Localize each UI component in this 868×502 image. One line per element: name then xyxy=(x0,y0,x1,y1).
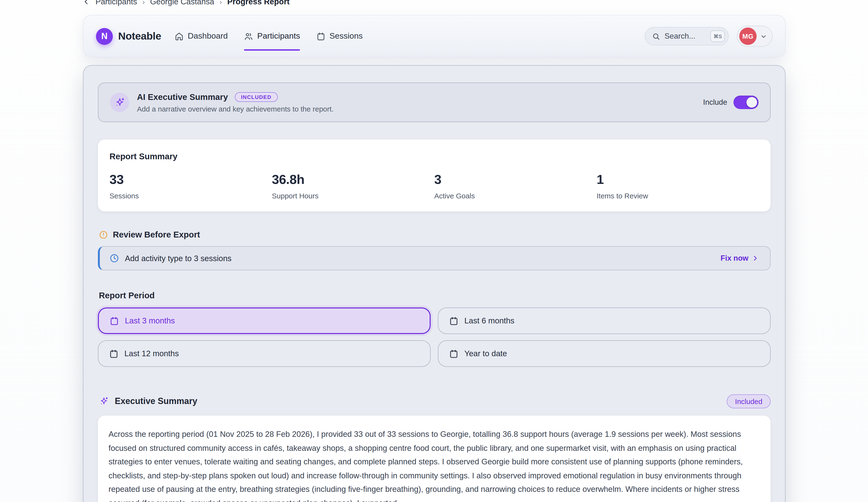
breadcrumb-current-page: Progress Report xyxy=(227,0,290,6)
page: Participants › Georgie Castansa › Progre… xyxy=(0,0,868,502)
review-title: Review Before Export xyxy=(113,230,200,240)
review-alert-card: Add activity type to 3 sessions Fix now xyxy=(98,246,771,270)
ai-banner-text: AI Executive Summary INCLUDED Add a narr… xyxy=(137,92,333,113)
nav-label: Dashboard xyxy=(188,31,228,41)
home-icon xyxy=(175,32,184,41)
included-badge: INCLUDED xyxy=(235,92,278,102)
calendar-icon xyxy=(449,316,458,325)
breadcrumb: Participants › Georgie Castansa › Progre… xyxy=(83,0,290,8)
stat-items-to-review: 1 Items to Review xyxy=(597,172,759,200)
stat-support-hours: 36.8h Support Hours xyxy=(272,172,434,200)
ai-banner-description: Add a narrative overview and key achieve… xyxy=(137,104,333,113)
search-shortcut-badge: ⌘S xyxy=(711,30,725,42)
report-summary-title: Report Summary xyxy=(110,152,759,162)
chevron-right-icon xyxy=(752,255,758,262)
executive-summary-card: Across the reporting period (01 Nov 2025… xyxy=(98,415,771,502)
summary-stats: 33 Sessions 36.8h Support Hours 3 Active… xyxy=(110,172,759,200)
ai-summary-banner: AI Executive Summary INCLUDED Add a narr… xyxy=(98,82,771,122)
breadcrumb-participants[interactable]: Participants xyxy=(95,0,137,6)
user-menu[interactable]: MG xyxy=(737,26,773,47)
alert-text: Add activity type to 3 sessions xyxy=(125,254,231,263)
ai-banner-title: AI Executive Summary xyxy=(137,92,228,102)
chevron-left-icon xyxy=(83,0,90,5)
calendar-icon xyxy=(316,32,326,41)
included-pill-badge: Included xyxy=(727,394,771,408)
toggle-knob xyxy=(746,97,757,108)
report-period-heading: Report Period xyxy=(99,291,771,301)
fix-now-link[interactable]: Fix now xyxy=(721,254,758,263)
nav-label: Sessions xyxy=(329,31,363,41)
chevron-down-icon xyxy=(760,32,767,40)
search-icon xyxy=(652,32,660,40)
stat-active-goals: 3 Active Goals xyxy=(434,172,597,200)
include-label: Include xyxy=(703,98,727,107)
calendar-icon xyxy=(109,349,118,359)
main-nav: Dashboard Participants Sessions xyxy=(175,30,363,42)
review-before-export-heading: Review Before Export xyxy=(99,230,771,240)
brand-name: Noteable xyxy=(118,30,161,42)
nav-dashboard[interactable]: Dashboard xyxy=(175,30,228,42)
nav-label: Participants xyxy=(257,31,300,41)
sparkles-icon xyxy=(99,396,109,406)
period-last-12-months[interactable]: Last 12 months xyxy=(98,340,431,367)
period-year-to-date[interactable]: Year to date xyxy=(438,340,771,367)
period-last-6-months[interactable]: Last 6 months xyxy=(438,308,771,334)
warning-icon xyxy=(99,230,108,239)
sparkles-icon-circle xyxy=(110,93,129,112)
users-icon xyxy=(244,32,254,41)
breadcrumb-separator: › xyxy=(219,0,222,6)
avatar: MG xyxy=(739,28,757,45)
breadcrumb-separator: › xyxy=(142,0,145,6)
noteable-logo[interactable]: N xyxy=(96,28,113,45)
period-last-3-months[interactable]: Last 3 months xyxy=(98,308,431,334)
calendar-icon xyxy=(449,349,458,359)
breadcrumb-participant-name[interactable]: Georgie Castansa xyxy=(150,0,214,6)
brand: N Noteable xyxy=(96,28,161,45)
stat-sessions: 33 Sessions xyxy=(110,172,272,200)
include-toggle[interactable] xyxy=(733,96,758,109)
sparkles-icon xyxy=(114,97,125,108)
report-summary-card: Report Summary 33 Sessions 36.8h Support… xyxy=(98,140,771,211)
nav-sessions[interactable]: Sessions xyxy=(316,30,363,42)
topbar-right: Search... ⌘S MG xyxy=(645,26,773,47)
report-period-options: Last 3 months Last 6 months Last 12 mont… xyxy=(98,308,771,367)
search-input[interactable]: Search... ⌘S xyxy=(645,27,728,46)
top-navigation-bar: N Noteable Dashboard Participants Sess xyxy=(83,15,786,58)
nav-participants[interactable]: Participants xyxy=(244,30,300,42)
logo-initial: N xyxy=(101,31,107,41)
executive-summary-body: Across the reporting period (01 Nov 2025… xyxy=(108,427,760,502)
include-control: Include xyxy=(703,96,758,109)
report-panel: AI Executive Summary INCLUDED Add a narr… xyxy=(83,65,786,502)
calendar-icon xyxy=(110,316,119,325)
executive-summary-heading: Executive Summary Included xyxy=(99,394,771,408)
back-button[interactable] xyxy=(83,0,90,5)
search-placeholder: Search... xyxy=(664,32,695,41)
executive-summary-title: Executive Summary xyxy=(115,396,197,406)
clock-icon xyxy=(110,253,119,263)
